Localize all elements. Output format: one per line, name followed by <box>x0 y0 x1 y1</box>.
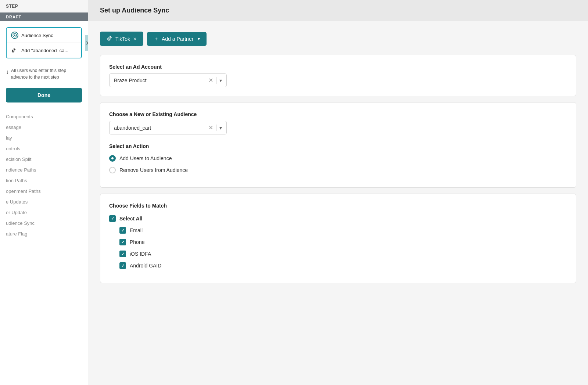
checkbox-select-all-box[interactable] <box>109 215 116 222</box>
sidebar-nav-item-decision-split[interactable]: ecision Split <box>0 154 88 165</box>
sidebar-nav-item-feature-updates[interactable]: e Updates <box>0 197 88 207</box>
ad-account-label: Select an Ad Account <box>109 64 567 70</box>
audience-value: abandoned_cart <box>114 125 208 131</box>
tiktok-button-icon <box>107 35 112 42</box>
action-label: Select an Action <box>109 143 567 149</box>
page-title: Set up Audience Sync <box>100 7 576 14</box>
audience-select[interactable]: abandoned_cart ✕ ▾ <box>109 121 227 134</box>
fields-title: Choose Fields to Match <box>109 203 567 209</box>
checkbox-phone-box[interactable] <box>119 239 126 245</box>
step-card-wrapper: Audience Sync Add "abandoned_ca... <box>3 24 85 61</box>
audience-select-divider <box>216 125 216 131</box>
tiktok-small-icon <box>11 47 18 54</box>
fields-section: Choose Fields to Match Select All Email … <box>100 194 576 283</box>
checkbox-select-all[interactable]: Select All <box>109 215 567 222</box>
audience-action-section: Choose a New or Existing Audience abando… <box>100 102 576 188</box>
checkbox-android-gaid-label: Android GAID <box>130 263 161 269</box>
sidebar-nav-item-audience-sync[interactable]: udience Sync <box>0 218 88 229</box>
radio-remove-users-label: Remove Users from Audience <box>119 167 188 173</box>
radio-add-users-circle[interactable] <box>109 155 116 162</box>
ad-account-value: Braze Product <box>114 78 208 83</box>
step-card: Audience Sync Add "abandoned_ca... <box>6 27 82 58</box>
ad-account-clear-icon[interactable]: ✕ <box>208 77 213 84</box>
checkbox-android-gaid-box[interactable] <box>119 262 126 269</box>
tiktok-close-icon[interactable]: ✕ <box>133 36 137 42</box>
select-divider <box>216 77 216 84</box>
sidebar-nav-list: Components essage lay ontrols ecision Sp… <box>0 108 88 385</box>
sidebar-nav-item-action-paths[interactable]: tion Paths <box>0 175 88 186</box>
main-header: Set up Audience Sync <box>88 0 588 21</box>
audience-sync-icon <box>11 32 18 39</box>
step-label-audience-sync: Audience Sync <box>21 33 53 38</box>
sidebar-nav-item-controls[interactable]: ontrols <box>0 143 88 154</box>
add-icon: ＋ <box>154 36 159 42</box>
add-partner-label: Add a Partner <box>162 36 193 42</box>
checkbox-ios-idfa-label: iOS IDFA <box>130 251 151 257</box>
add-partner-button[interactable]: ＋ Add a Partner ▾ <box>147 32 207 46</box>
sidebar-nav-item-components[interactable]: Components <box>0 111 88 122</box>
step-label-add-abandoned: Add "abandoned_ca... <box>21 48 68 53</box>
audience-clear-icon[interactable]: ✕ <box>208 124 213 131</box>
radio-remove-users-circle[interactable] <box>109 167 116 173</box>
checkbox-android-gaid[interactable]: Android GAID <box>119 262 567 269</box>
step-header: Step <box>0 0 88 12</box>
step-item-audience-sync[interactable]: Audience Sync <box>7 28 81 43</box>
radio-add-users-label: Add Users to Audience <box>119 155 172 161</box>
sidebar-nav-item-experiment-paths[interactable]: openment Paths <box>0 186 88 197</box>
sidebar-nav-item-user-update[interactable]: er Update <box>0 207 88 218</box>
sidebar-nav-item-audience-paths[interactable]: ndience Paths <box>0 165 88 175</box>
partner-row: TikTok ✕ ＋ Add a Partner ▾ <box>100 32 576 46</box>
sidebar-nav-item-feature-flag[interactable]: ature Flag <box>0 229 88 239</box>
checkbox-email-label: Email <box>130 227 143 233</box>
checkbox-email[interactable]: Email <box>119 227 567 234</box>
sidebar: Step DRAFT Audience Sync Add "aba <box>0 0 88 385</box>
add-partner-arrow-icon: ▾ <box>198 36 200 42</box>
ad-account-section: Select an Ad Account Braze Product ✕ ▾ <box>100 55 576 96</box>
advance-note: ↓ All users who enter this step advance … <box>0 64 88 85</box>
sidebar-nav-item-message[interactable]: essage <box>0 122 88 133</box>
checkbox-indent-group: Email Phone iOS IDFA Android GAID <box>119 227 567 269</box>
tiktok-partner-button[interactable]: TikTok ✕ <box>100 32 143 46</box>
ad-account-select[interactable]: Braze Product ✕ ▾ <box>109 73 227 87</box>
sidebar-nav-item-delay[interactable]: lay <box>0 133 88 143</box>
tiktok-button-label: TikTok <box>115 36 130 42</box>
audience-label: Choose a New or Existing Audience <box>109 111 567 117</box>
checkbox-phone[interactable]: Phone <box>119 239 567 245</box>
advance-arrow-icon: ↓ <box>6 68 9 76</box>
checkbox-email-box[interactable] <box>119 227 126 234</box>
ad-account-dropdown-icon[interactable]: ▾ <box>219 78 222 83</box>
expand-handle[interactable] <box>85 35 88 51</box>
checkbox-ios-idfa[interactable]: iOS IDFA <box>119 251 567 257</box>
main-panel: Set up Audience Sync TikTok ✕ ＋ Add a Pa… <box>88 0 588 385</box>
done-button[interactable]: Done <box>6 88 82 102</box>
checkbox-ios-idfa-box[interactable] <box>119 251 126 257</box>
advance-note-text: All users who enter this step advance to… <box>11 67 82 80</box>
checkbox-phone-label: Phone <box>130 239 144 245</box>
audience-dropdown-icon[interactable]: ▾ <box>219 125 222 131</box>
main-content: TikTok ✕ ＋ Add a Partner ▾ Select an Ad … <box>88 21 588 385</box>
checkbox-select-all-label: Select All <box>119 216 143 222</box>
draft-badge: DRAFT <box>0 12 88 21</box>
step-item-add-abandoned[interactable]: Add "abandoned_ca... <box>7 43 81 58</box>
radio-remove-users[interactable]: Remove Users from Audience <box>109 167 567 173</box>
radio-add-users[interactable]: Add Users to Audience <box>109 155 567 162</box>
